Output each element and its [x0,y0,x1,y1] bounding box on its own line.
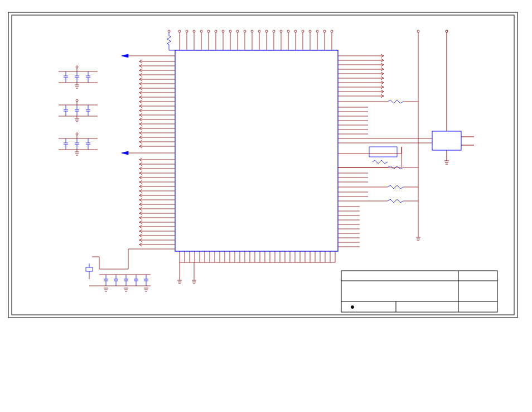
svg-point-107 [417,30,419,32]
svg-point-7 [178,30,181,32]
right-pins-rows [338,30,432,247]
ic-pins-bottom [180,251,335,262]
svg-rect-148 [432,131,461,150]
bottom-caps [104,275,148,286]
title-block [341,271,497,312]
small-ic [432,30,474,164]
svg-point-9 [186,30,188,32]
cap-bank-2 [59,99,98,122]
svg-point-13 [200,30,202,32]
svg-point-31 [265,30,268,32]
svg-point-49 [331,30,333,32]
frame-inner [12,15,514,315]
svg-point-37 [287,30,289,32]
crystal [86,264,93,275]
svg-point-25 [244,30,246,32]
svg-point-29 [258,30,260,32]
svg-point-156 [446,30,448,32]
svg-point-41 [302,30,304,32]
svg-point-5 [351,306,354,309]
frame-outer [8,12,518,318]
svg-point-47 [323,30,326,32]
svg-point-17 [215,30,217,32]
gnd-symbols [104,288,148,291]
ic-pins-top [178,30,333,50]
ic-pins-left [122,54,175,58]
svg-point-33 [273,30,275,32]
svg-point-19 [222,30,224,32]
svg-point-35 [280,30,282,32]
feedback-box [369,147,397,157]
svg-point-15 [207,30,210,32]
feedback-resistor [373,160,388,164]
svg-rect-195 [86,267,93,271]
svg-point-39 [294,30,297,32]
svg-point-11 [193,30,195,32]
cap-bank-1 [59,66,98,88]
svg-point-45 [316,30,318,32]
svg-point-27 [251,30,253,32]
main-ic-body [175,50,338,251]
svg-point-43 [309,30,311,32]
svg-point-276 [76,99,78,102]
left-pins-rows [122,60,175,246]
svg-point-256 [76,66,78,68]
svg-point-21 [229,30,231,32]
cap-bank-3 [59,133,98,155]
svg-point-23 [236,30,239,32]
svg-point-296 [76,133,78,135]
top-resistor [167,30,175,50]
svg-rect-0 [341,271,497,312]
schematic-diagram [0,0,532,412]
svg-point-50 [168,30,170,32]
